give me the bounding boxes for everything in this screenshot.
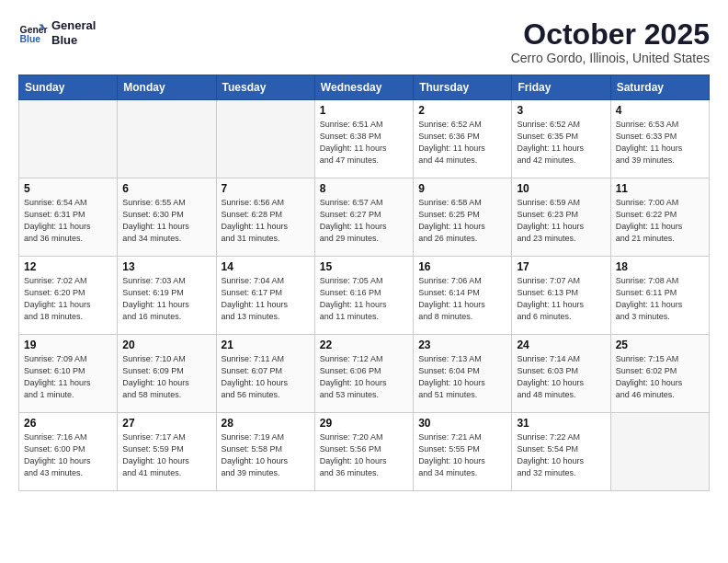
day-info: Sunrise: 7:15 AM Sunset: 6:02 PM Dayligh… [616,353,704,401]
day-number: 2 [418,104,506,117]
day-info: Sunrise: 6:54 AM Sunset: 6:31 PM Dayligh… [24,197,112,245]
calendar-cell: 13Sunrise: 7:03 AM Sunset: 6:19 PM Dayli… [118,257,216,335]
calendar-cell: 29Sunrise: 7:20 AM Sunset: 5:56 PM Dayli… [314,413,413,491]
day-info: Sunrise: 7:21 AM Sunset: 5:55 PM Dayligh… [418,431,506,479]
day-number: 20 [122,339,210,351]
calendar-cell: 8Sunrise: 6:57 AM Sunset: 6:27 PM Daylig… [314,178,413,257]
day-number: 10 [517,182,605,195]
calendar-cell: 10Sunrise: 6:59 AM Sunset: 6:23 PM Dayli… [512,178,610,257]
day-number: 14 [222,260,310,273]
day-number: 26 [24,417,112,430]
month-title: October 2025 [511,18,710,51]
calendar-header-row: SundayMondayTuesdayWednesdayThursdayFrid… [19,75,710,100]
calendar-cell: 14Sunrise: 7:04 AM Sunset: 6:17 PM Dayli… [216,257,314,335]
day-number: 30 [418,417,506,430]
calendar-cell: 28Sunrise: 7:19 AM Sunset: 5:58 PM Dayli… [216,413,314,491]
day-info: Sunrise: 7:11 AM Sunset: 6:07 PM Dayligh… [222,353,310,401]
calendar-cell: 7Sunrise: 6:56 AM Sunset: 6:28 PM Daylig… [216,178,314,257]
day-number: 29 [320,417,408,430]
day-number: 23 [418,339,506,351]
day-info: Sunrise: 7:00 AM Sunset: 6:22 PM Dayligh… [616,197,704,245]
calendar-cell: 15Sunrise: 7:05 AM Sunset: 6:16 PM Dayli… [314,257,413,335]
week-row-2: 5Sunrise: 6:54 AM Sunset: 6:31 PM Daylig… [19,178,710,257]
day-info: Sunrise: 7:20 AM Sunset: 5:56 PM Dayligh… [320,431,408,479]
day-number: 6 [122,182,210,195]
day-info: Sunrise: 7:06 AM Sunset: 6:14 PM Dayligh… [418,275,506,323]
calendar-cell: 4Sunrise: 6:53 AM Sunset: 6:33 PM Daylig… [610,100,709,178]
day-info: Sunrise: 7:10 AM Sunset: 6:09 PM Dayligh… [122,353,210,401]
title-block: October 2025 Cerro Gordo, Illinois, Unit… [511,18,710,65]
day-info: Sunrise: 7:08 AM Sunset: 6:11 PM Dayligh… [616,275,704,323]
day-info: Sunrise: 7:04 AM Sunset: 6:17 PM Dayligh… [222,275,310,323]
day-info: Sunrise: 7:02 AM Sunset: 6:20 PM Dayligh… [24,275,112,323]
calendar-cell [216,100,314,178]
calendar-cell: 18Sunrise: 7:08 AM Sunset: 6:11 PM Dayli… [610,257,709,335]
calendar-cell: 24Sunrise: 7:14 AM Sunset: 6:03 PM Dayli… [512,335,610,413]
calendar-cell: 6Sunrise: 6:55 AM Sunset: 6:30 PM Daylig… [118,178,216,257]
calendar-cell: 22Sunrise: 7:12 AM Sunset: 6:06 PM Dayli… [314,335,413,413]
day-info: Sunrise: 6:53 AM Sunset: 6:33 PM Dayligh… [616,119,704,167]
day-info: Sunrise: 6:51 AM Sunset: 6:38 PM Dayligh… [320,119,408,167]
calendar-cell: 16Sunrise: 7:06 AM Sunset: 6:14 PM Dayli… [414,257,512,335]
day-number: 27 [122,417,210,430]
day-number: 19 [24,339,112,351]
day-info: Sunrise: 6:55 AM Sunset: 6:30 PM Dayligh… [122,197,210,245]
column-header-sunday: Sunday [19,75,118,100]
day-number: 28 [222,417,310,430]
column-header-thursday: Thursday [414,75,512,100]
day-info: Sunrise: 6:58 AM Sunset: 6:25 PM Dayligh… [418,197,506,245]
day-info: Sunrise: 6:56 AM Sunset: 6:28 PM Dayligh… [222,197,310,245]
page-header: General Blue General Blue October 2025 C… [18,18,710,65]
calendar-cell: 31Sunrise: 7:22 AM Sunset: 5:54 PM Dayli… [512,413,610,491]
calendar-cell: 25Sunrise: 7:15 AM Sunset: 6:02 PM Dayli… [610,335,709,413]
day-number: 21 [222,339,310,351]
calendar-cell: 23Sunrise: 7:13 AM Sunset: 6:04 PM Dayli… [414,335,512,413]
column-header-tuesday: Tuesday [216,75,314,100]
column-header-wednesday: Wednesday [314,75,413,100]
day-info: Sunrise: 7:12 AM Sunset: 6:06 PM Dayligh… [320,353,408,401]
day-info: Sunrise: 6:52 AM Sunset: 6:36 PM Dayligh… [418,119,506,167]
week-row-5: 26Sunrise: 7:16 AM Sunset: 6:00 PM Dayli… [19,413,710,491]
day-number: 13 [122,260,210,273]
day-info: Sunrise: 7:09 AM Sunset: 6:10 PM Dayligh… [24,353,112,401]
calendar-cell: 11Sunrise: 7:00 AM Sunset: 6:22 PM Dayli… [610,178,709,257]
day-number: 8 [320,182,408,195]
day-info: Sunrise: 6:59 AM Sunset: 6:23 PM Dayligh… [517,197,605,245]
calendar-cell [610,413,709,491]
day-info: Sunrise: 7:16 AM Sunset: 6:00 PM Dayligh… [24,431,112,479]
day-number: 25 [616,339,704,351]
calendar-cell: 5Sunrise: 6:54 AM Sunset: 6:31 PM Daylig… [19,178,118,257]
location-title: Cerro Gordo, Illinois, United States [511,51,710,65]
calendar-cell: 26Sunrise: 7:16 AM Sunset: 6:00 PM Dayli… [19,413,118,491]
day-number: 12 [24,260,112,273]
calendar-cell: 3Sunrise: 6:52 AM Sunset: 6:35 PM Daylig… [512,100,610,178]
day-number: 5 [24,182,112,195]
day-info: Sunrise: 7:14 AM Sunset: 6:03 PM Dayligh… [517,353,605,401]
column-header-friday: Friday [512,75,610,100]
logo-text-line1: General [51,18,96,33]
day-number: 31 [517,417,605,430]
day-info: Sunrise: 7:03 AM Sunset: 6:19 PM Dayligh… [122,275,210,323]
logo-icon: General Blue [18,18,48,48]
svg-text:Blue: Blue [20,34,41,44]
week-row-4: 19Sunrise: 7:09 AM Sunset: 6:10 PM Dayli… [19,335,710,413]
day-number: 11 [616,182,704,195]
day-info: Sunrise: 7:22 AM Sunset: 5:54 PM Dayligh… [517,431,605,479]
calendar-cell: 1Sunrise: 6:51 AM Sunset: 6:38 PM Daylig… [314,100,413,178]
week-row-1: 1Sunrise: 6:51 AM Sunset: 6:38 PM Daylig… [19,100,710,178]
day-number: 17 [517,260,605,273]
day-number: 3 [517,104,605,117]
day-number: 24 [517,339,605,351]
calendar-cell: 27Sunrise: 7:17 AM Sunset: 5:59 PM Dayli… [118,413,216,491]
logo-text-line2: Blue [51,33,96,48]
calendar-cell: 9Sunrise: 6:58 AM Sunset: 6:25 PM Daylig… [414,178,512,257]
day-info: Sunrise: 7:19 AM Sunset: 5:58 PM Dayligh… [222,431,310,479]
day-number: 22 [320,339,408,351]
day-number: 18 [616,260,704,273]
calendar-cell: 17Sunrise: 7:07 AM Sunset: 6:13 PM Dayli… [512,257,610,335]
day-info: Sunrise: 7:13 AM Sunset: 6:04 PM Dayligh… [418,353,506,401]
calendar-cell: 19Sunrise: 7:09 AM Sunset: 6:10 PM Dayli… [19,335,118,413]
calendar-cell: 20Sunrise: 7:10 AM Sunset: 6:09 PM Dayli… [118,335,216,413]
week-row-3: 12Sunrise: 7:02 AM Sunset: 6:20 PM Dayli… [19,257,710,335]
calendar-cell [19,100,118,178]
